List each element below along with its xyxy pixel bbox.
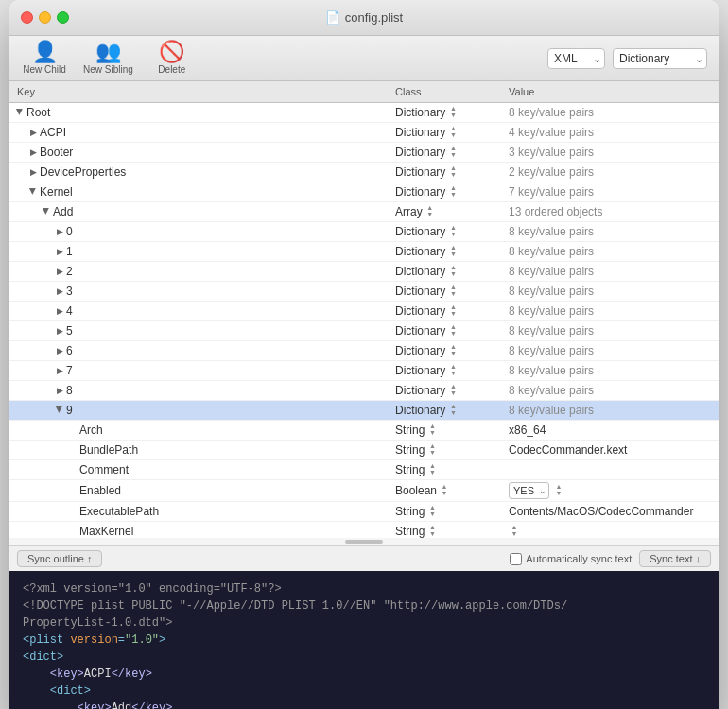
disclosure-icon[interactable]: ▶ [53,364,66,377]
table-row[interactable]: ▶Arch String▲▼ x86_64 [9,421,719,441]
class-stepper[interactable]: ▲▼ [447,164,459,180]
format-select[interactable]: XML Binary JSON [547,48,605,69]
class-stepper[interactable]: ▲▼ [447,303,459,319]
xml-line: <plist version="1.0"> [23,631,705,648]
new-sibling-button[interactable]: 👥 New Sibling [83,42,133,75]
new-child-button[interactable]: 👤 New Child [21,42,68,75]
delete-icon: 🚫 [159,42,184,62]
table-row[interactable]: ▶BundlePath String▲▼ CodecCommander.kext [9,441,719,460]
bottom-bar: Sync outline ↑ Automatically sync text S… [9,545,719,571]
class-stepper[interactable]: ▲▼ [439,483,450,498]
class-stepper[interactable]: ▲▼ [426,423,438,438]
disclosure-icon[interactable]: ▶ [53,265,66,278]
cell-value: 7 key/value pairs [501,183,719,200]
disclosure-icon[interactable]: ▶ [40,204,53,217]
disclosure-icon[interactable]: ▶ [53,324,66,337]
minimize-button[interactable] [39,11,51,24]
table-row[interactable]: ▶3 Dictionary▲▼ 8 key/value pairs [9,282,719,302]
xml-editor[interactable]: <?xml version="1.0" encoding="UTF-8"?> <… [9,571,719,709]
table-row[interactable]: ▶5 Dictionary▲▼ 8 key/value pairs [9,321,719,341]
class-stepper[interactable]: ▲▼ [447,264,459,279]
table-row[interactable]: ▶4 Dictionary▲▼ 8 key/value pairs [9,302,719,321]
disclosure-icon[interactable]: ▶ [53,403,66,416]
class-stepper[interactable]: ▲▼ [447,284,459,299]
disclosure-icon[interactable]: ▶ [53,304,66,318]
xml-line: <key>Add</key> [23,700,705,709]
disclosure-icon[interactable]: ▶ [26,165,40,179]
disclosure-icon[interactable]: ▶ [53,225,66,238]
auto-sync-checkbox[interactable] [510,553,522,565]
table-row[interactable]: ▶9 Dictionary▲▼ 8 key/value pairs [9,401,719,421]
class-stepper[interactable]: ▲▼ [447,224,459,239]
table-row[interactable]: ▶ Kernel Dictionary ▲▼ 7 key/value pairs [9,182,719,202]
class-stepper[interactable]: ▲▼ [426,462,438,477]
xml-line: <?xml version="1.0" encoding="UTF-8"?> [23,580,705,597]
table-row[interactable]: ▶Comment String▲▼ [9,460,719,480]
view-as-select[interactable]: Dictionary Array [613,48,707,69]
table-row[interactable]: ▶2 Dictionary▲▼ 8 key/value pairs [9,262,719,282]
cell-key: ▶ ACPI [9,124,388,141]
value-stepper[interactable]: ▲▼ [509,524,520,538]
scroll-indicator [345,540,383,544]
class-stepper[interactable]: ▲▼ [426,442,438,458]
cell-class: Array ▲▼ [388,202,501,221]
class-stepper[interactable]: ▲▼ [447,125,459,140]
view-as-select-wrapper: Dictionary Array [613,48,707,69]
class-stepper[interactable]: ▲▼ [447,403,459,418]
cell-key: ▶ Root [9,104,388,121]
disclosure-icon[interactable]: ▶ [53,344,66,357]
cell-value: 13 ordered objects [501,203,719,220]
cell-value: 8 key/value pairs [501,104,719,121]
cell-value: 2 key/value pairs [501,164,719,181]
disclosure-icon[interactable]: ▶ [13,105,26,118]
enabled-stepper[interactable]: ▲▼ [553,483,564,498]
class-stepper[interactable]: ▲▼ [426,524,438,538]
table-row[interactable]: ▶Enabled Boolean▲▼ YES NO ▲▼ [9,480,719,502]
col-class-header: Class [388,84,501,99]
cell-key: ▶ Kernel [9,183,388,200]
table-row[interactable]: ▶ExecutablePath String▲▼ Contents/MacOS/… [9,502,719,522]
class-stepper[interactable]: ▲▼ [447,105,459,120]
cell-value: 3 key/value pairs [501,144,719,161]
xml-line: PropertyList-1.0.dtd"> [23,614,705,631]
zoom-button[interactable] [57,11,69,24]
class-stepper[interactable]: ▲▼ [447,383,459,398]
xml-line: <dict> [23,683,705,700]
table-row[interactable]: ▶0 Dictionary▲▼ 8 key/value pairs [9,222,719,242]
class-stepper[interactable]: ▲▼ [447,363,459,378]
table-row[interactable]: ▶7 Dictionary▲▼ 8 key/value pairs [9,361,719,381]
class-stepper[interactable]: ▲▼ [447,184,459,199]
table-row[interactable]: ▶8 Dictionary▲▼ 8 key/value pairs [9,381,719,401]
disclosure-icon[interactable]: ▶ [26,184,40,198]
traffic-lights [21,11,69,24]
disclosure-icon[interactable]: ▶ [26,126,40,139]
sync-outline-button[interactable]: Sync outline ↑ [17,550,102,567]
disclosure-icon[interactable]: ▶ [53,245,66,258]
auto-sync-label[interactable]: Automatically sync text [510,553,632,565]
disclosure-icon[interactable]: ▶ [53,384,66,397]
class-stepper[interactable]: ▲▼ [425,204,436,219]
table-row[interactable]: ▶ Root Dictionary ▲▼ 8 key/value pairs [9,103,719,123]
class-stepper[interactable]: ▲▼ [447,244,459,259]
table-row[interactable]: ▶MaxKernel String▲▼ ▲▼ [9,522,719,538]
sync-text-button[interactable]: Sync text ↓ [639,550,711,567]
class-stepper[interactable]: ▲▼ [447,145,459,160]
tree-view[interactable]: ▶ Root Dictionary ▲▼ 8 key/value pairs ▶… [9,103,719,538]
table-row[interactable]: ▶ Add Array ▲▼ 13 ordered objects [9,202,719,222]
table-row[interactable]: ▶ ACPI Dictionary ▲▼ 4 key/value pairs [9,123,719,143]
table-row[interactable]: ▶6 Dictionary▲▼ 8 key/value pairs [9,341,719,361]
table-row[interactable]: ▶1 Dictionary▲▼ 8 key/value pairs [9,242,719,262]
enabled-select[interactable]: YES NO [509,482,549,499]
class-stepper[interactable]: ▲▼ [447,343,459,358]
disclosure-icon[interactable]: ▶ [53,285,66,298]
delete-button[interactable]: 🚫 Delete [148,42,196,75]
close-button[interactable] [21,11,33,24]
cell-class: Dictionary ▲▼ [388,143,501,162]
table-row[interactable]: ▶ Booter Dictionary ▲▼ 3 key/value pairs [9,143,719,163]
disclosure-icon[interactable]: ▶ [26,146,40,159]
titlebar: 📄 config.plist [9,0,719,36]
class-stepper[interactable]: ▲▼ [447,323,459,338]
class-stepper[interactable]: ▲▼ [426,504,438,519]
cell-key: ▶ Add [9,203,388,220]
table-row[interactable]: ▶ DeviceProperties Dictionary ▲▼ 2 key/v… [9,163,719,182]
